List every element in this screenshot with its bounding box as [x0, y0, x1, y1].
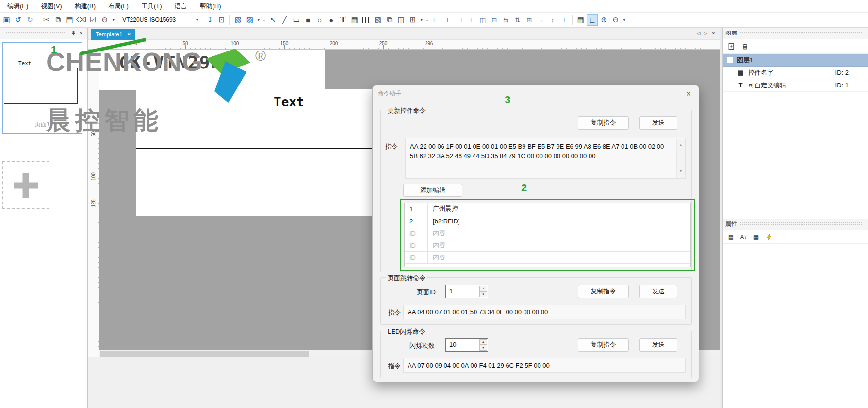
- grid-icon[interactable]: ▦: [575, 14, 586, 26]
- stepper-up-icon[interactable]: ▲: [479, 286, 487, 291]
- save-icon[interactable]: ▣: [1, 14, 12, 26]
- filled-rect-tool-icon[interactable]: ■: [302, 14, 313, 26]
- check-icon[interactable]: ☑: [87, 14, 98, 26]
- layer-row-root[interactable]: − 图层1: [723, 54, 868, 67]
- gallery-tool-icon[interactable]: ⧉: [384, 14, 395, 26]
- add-edit-button[interactable]: 添加编辑: [403, 184, 462, 197]
- menu-item[interactable]: 工具(T): [135, 0, 168, 13]
- scrollbar-thumb[interactable]: [100, 351, 309, 357]
- align-right-icon[interactable]: ⊣: [454, 14, 465, 26]
- flash-count-stepper[interactable]: 10 ▲ ▼: [445, 338, 488, 352]
- tab-scroll-right-icon[interactable]: ▷: [704, 30, 707, 36]
- remove-circle-icon[interactable]: ⊖: [99, 14, 110, 26]
- send-button-page[interactable]: 发送: [639, 285, 677, 298]
- line-tool-icon[interactable]: ╱: [279, 14, 290, 26]
- filled-ellipse-tool-icon[interactable]: ●: [326, 14, 337, 26]
- pages-panel-header: ✕: [0, 28, 87, 39]
- panel-tool-icon[interactable]: ◫: [395, 14, 407, 26]
- zoom-out-icon[interactable]: ⊖: [610, 14, 621, 26]
- barcode-tool-icon[interactable]: [360, 14, 372, 26]
- rect-tool-icon[interactable]: ▭: [291, 14, 302, 26]
- ruler-label: 128: [91, 199, 96, 208]
- text-tool-icon[interactable]: T: [337, 14, 348, 26]
- dropdown-icon[interactable]: ▾: [622, 14, 627, 26]
- copy-icon[interactable]: ⧉: [52, 14, 64, 26]
- menu-item[interactable]: 帮助(H): [194, 0, 228, 13]
- page-id-stepper[interactable]: 1 ▲ ▼: [445, 285, 488, 298]
- align-top-icon[interactable]: ⊤: [442, 14, 453, 26]
- same-height-icon[interactable]: ↕: [547, 14, 558, 26]
- add-page-button[interactable]: [2, 161, 49, 209]
- center-in-page-icon[interactable]: ⊞: [524, 14, 535, 26]
- layer-item-row[interactable]: ▦控件名字ID: 2: [723, 67, 868, 79]
- undo-icon[interactable]: ↺: [13, 14, 24, 26]
- copy-command-button-update[interactable]: 复制指令: [578, 116, 629, 130]
- image-tool-icon[interactable]: ▧: [372, 14, 383, 26]
- delete-icon[interactable]: ⌫: [76, 14, 87, 26]
- text-control[interactable]: Text: [274, 95, 304, 109]
- send-button-led[interactable]: 发送: [639, 338, 677, 352]
- menu-item[interactable]: 编辑(E): [1, 0, 34, 13]
- stepper-up-icon[interactable]: ▲: [479, 339, 487, 345]
- distribute-vertical-icon[interactable]: ⇅: [512, 14, 523, 26]
- menu-item[interactable]: 语言: [168, 0, 194, 13]
- properties-panel-title: 属性: [725, 220, 737, 228]
- menu-item[interactable]: 视图(V): [34, 0, 68, 13]
- center-vertical-icon[interactable]: ⊟: [489, 14, 500, 26]
- device-icon[interactable]: ⊡: [216, 14, 227, 26]
- dock-texture: [5, 31, 66, 35]
- led-command-field[interactable]: AA 07 00 09 04 00 0A 00 F4 01 29 6C F2 5…: [403, 358, 686, 373]
- send-button-update[interactable]: 发送: [639, 116, 677, 130]
- page-command-field[interactable]: AA 04 00 07 01 00 01 50 73 34 0E 00 00 0…: [403, 305, 686, 319]
- menu-item[interactable]: 布局(L): [102, 0, 135, 13]
- dropdown-icon[interactable]: ▾: [111, 14, 116, 26]
- close-panel-icon[interactable]: ✕: [77, 30, 85, 37]
- copy-command-button-led[interactable]: 复制指令: [578, 338, 629, 352]
- qrcode-tool-icon[interactable]: ▦: [349, 14, 360, 26]
- stepper-down-icon[interactable]: ▼: [479, 345, 487, 351]
- delete-layer-icon[interactable]: [740, 42, 749, 51]
- paste-icon[interactable]: ▤: [64, 14, 75, 26]
- distribute-horizontal-icon[interactable]: ⇆: [500, 14, 511, 26]
- property-pages-icon[interactable]: ▦: [752, 233, 760, 241]
- categorized-icon[interactable]: ▤: [727, 233, 735, 241]
- events-lightning-icon[interactable]: [765, 233, 773, 241]
- device-model-select[interactable]: VT220US-ISO15693▾: [119, 15, 201, 25]
- same-width-icon[interactable]: ↔: [535, 14, 546, 26]
- dialog-close-icon[interactable]: ✕: [686, 90, 691, 98]
- ruler-icon[interactable]: ∟: [587, 14, 598, 26]
- page-thumbnail[interactable]: Text 页面1: [2, 42, 82, 134]
- layer-item-row[interactable]: T可自定义编辑ID: 1: [723, 79, 868, 92]
- redo-icon[interactable]: ↻: [24, 14, 35, 26]
- export-image-icon[interactable]: ▧: [232, 14, 244, 26]
- tab-scroll-left-icon[interactable]: ◁: [696, 30, 700, 36]
- scroll-down-icon[interactable]: ▼: [679, 167, 683, 176]
- cut-icon[interactable]: ✂: [41, 14, 52, 26]
- textbox-scrollbar[interactable]: ▲ ▼: [676, 139, 685, 178]
- tab-template1[interactable]: Template1 ✕: [91, 29, 135, 40]
- import-icon[interactable]: ↧: [204, 14, 215, 26]
- menu-item[interactable]: 构建(B): [68, 0, 102, 13]
- pin-icon[interactable]: [69, 30, 77, 37]
- update-command-textbox[interactable]: AA 22 00 06 1F 00 01 0E 00 01 00 E5 B9 B…: [405, 138, 686, 179]
- scroll-up-icon[interactable]: ▲: [679, 140, 683, 150]
- align-bottom-icon[interactable]: ⊥: [465, 14, 476, 26]
- select-cursor-icon[interactable]: ↖: [267, 14, 278, 26]
- dropdown-icon[interactable]: ▾: [419, 14, 424, 26]
- device-model-value: VT220US-ISO15693: [122, 17, 176, 23]
- tab-close-icon[interactable]: ✕: [127, 32, 131, 37]
- sort-alpha-icon[interactable]: A↓: [739, 233, 748, 241]
- same-size-icon[interactable]: ＋: [558, 14, 570, 26]
- export-template-icon[interactable]: ▨: [244, 14, 255, 26]
- ellipse-tool-icon[interactable]: ○: [314, 14, 325, 26]
- add-layer-icon[interactable]: [727, 42, 736, 51]
- table-tool-icon[interactable]: ⊞: [407, 14, 418, 26]
- tab-list-close-icon[interactable]: ✕: [711, 30, 716, 36]
- collapse-icon[interactable]: −: [727, 57, 733, 63]
- copy-command-button-page[interactable]: 复制指令: [578, 285, 629, 298]
- align-left-icon[interactable]: ⊢: [430, 14, 442, 26]
- center-horizontal-icon[interactable]: ◫: [477, 14, 488, 26]
- dropdown-icon[interactable]: ▾: [256, 14, 261, 26]
- stepper-down-icon[interactable]: ▼: [479, 291, 487, 297]
- zoom-in-icon[interactable]: ⊕: [598, 14, 609, 26]
